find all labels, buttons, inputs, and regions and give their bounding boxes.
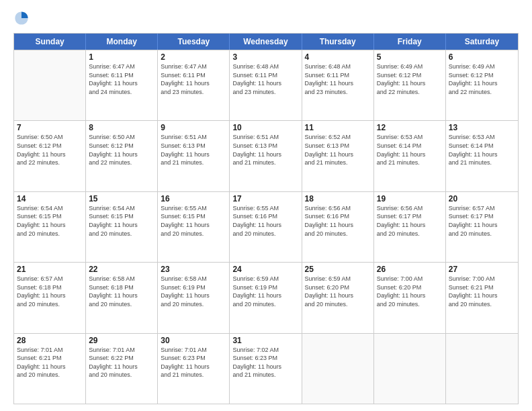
day-info: Sunrise: 7:01 AMSunset: 6:22 PMDaylight:… <box>89 346 154 379</box>
day-info: Sunrise: 6:52 AMSunset: 6:13 PMDaylight:… <box>305 133 371 167</box>
calendar-cell: 7Sunrise: 6:50 AMSunset: 6:12 PMDaylight… <box>14 121 86 191</box>
header-day-friday: Friday <box>374 34 446 50</box>
calendar-cell: 6Sunrise: 6:49 AMSunset: 6:12 PMDaylight… <box>446 50 518 120</box>
calendar-header: SundayMondayTuesdayWednesdayThursdayFrid… <box>14 34 518 50</box>
calendar-cell: 8Sunrise: 6:50 AMSunset: 6:12 PMDaylight… <box>86 121 158 191</box>
calendar-body: 1Sunrise: 6:47 AMSunset: 6:11 PMDaylight… <box>14 50 518 404</box>
day-number: 22 <box>89 265 154 274</box>
day-number: 28 <box>17 336 83 345</box>
calendar-cell: 12Sunrise: 6:53 AMSunset: 6:14 PMDayligh… <box>374 121 446 191</box>
day-info: Sunrise: 6:53 AMSunset: 6:14 PMDaylight:… <box>449 133 515 167</box>
day-number: 18 <box>305 194 371 203</box>
day-info: Sunrise: 6:58 AMSunset: 6:18 PMDaylight:… <box>89 275 154 308</box>
day-number: 8 <box>89 123 154 132</box>
page-header <box>13 10 519 26</box>
header-day-tuesday: Tuesday <box>158 34 230 50</box>
day-info: Sunrise: 7:00 AMSunset: 6:21 PMDaylight:… <box>449 275 515 308</box>
calendar-cell: 25Sunrise: 6:59 AMSunset: 6:20 PMDayligh… <box>302 263 374 332</box>
day-info: Sunrise: 7:01 AMSunset: 6:23 PMDaylight:… <box>161 346 226 379</box>
day-number: 11 <box>305 123 371 132</box>
day-number: 20 <box>449 194 515 203</box>
calendar-week-2: 7Sunrise: 6:50 AMSunset: 6:12 PMDaylight… <box>14 120 518 191</box>
calendar-cell <box>374 334 446 404</box>
calendar-cell: 4Sunrise: 6:48 AMSunset: 6:11 PMDaylight… <box>302 50 374 120</box>
day-info: Sunrise: 6:56 AMSunset: 6:16 PMDaylight:… <box>305 204 371 238</box>
day-number: 2 <box>161 52 226 62</box>
logo-icon <box>13 10 30 26</box>
day-info: Sunrise: 6:57 AMSunset: 6:18 PMDaylight:… <box>17 275 83 308</box>
day-number: 6 <box>449 52 515 62</box>
day-info: Sunrise: 6:51 AMSunset: 6:13 PMDaylight:… <box>161 133 226 167</box>
calendar-cell: 1Sunrise: 6:47 AMSunset: 6:11 PMDaylight… <box>86 50 158 120</box>
day-info: Sunrise: 6:47 AMSunset: 6:11 PMDaylight:… <box>161 62 226 96</box>
calendar-cell: 31Sunrise: 7:02 AMSunset: 6:23 PMDayligh… <box>230 334 302 404</box>
day-info: Sunrise: 6:49 AMSunset: 6:12 PMDaylight:… <box>449 62 515 96</box>
day-info: Sunrise: 6:48 AMSunset: 6:11 PMDaylight:… <box>305 62 371 96</box>
day-number: 3 <box>232 52 298 62</box>
calendar-week-3: 14Sunrise: 6:54 AMSunset: 6:15 PMDayligh… <box>14 191 518 262</box>
calendar-cell: 30Sunrise: 7:01 AMSunset: 6:23 PMDayligh… <box>158 334 230 404</box>
calendar-cell: 22Sunrise: 6:58 AMSunset: 6:18 PMDayligh… <box>86 263 158 332</box>
calendar-cell: 5Sunrise: 6:49 AMSunset: 6:12 PMDaylight… <box>374 50 446 120</box>
calendar-cell: 29Sunrise: 7:01 AMSunset: 6:22 PMDayligh… <box>86 334 158 404</box>
day-number: 26 <box>377 265 443 274</box>
calendar-week-4: 21Sunrise: 6:57 AMSunset: 6:18 PMDayligh… <box>14 262 518 332</box>
calendar-cell: 10Sunrise: 6:51 AMSunset: 6:13 PMDayligh… <box>230 121 302 191</box>
day-info: Sunrise: 6:54 AMSunset: 6:15 PMDaylight:… <box>89 204 154 238</box>
day-info: Sunrise: 6:47 AMSunset: 6:11 PMDaylight:… <box>89 62 154 96</box>
day-number: 4 <box>305 52 371 62</box>
day-info: Sunrise: 6:55 AMSunset: 6:16 PMDaylight:… <box>232 204 298 238</box>
day-info: Sunrise: 6:55 AMSunset: 6:15 PMDaylight:… <box>161 204 226 238</box>
day-number: 17 <box>232 194 298 203</box>
calendar-cell: 16Sunrise: 6:55 AMSunset: 6:15 PMDayligh… <box>158 192 230 262</box>
day-info: Sunrise: 6:53 AMSunset: 6:14 PMDaylight:… <box>377 133 443 167</box>
calendar-cell: 28Sunrise: 7:01 AMSunset: 6:21 PMDayligh… <box>14 334 86 404</box>
day-number: 19 <box>377 194 443 203</box>
header-day-saturday: Saturday <box>446 34 518 50</box>
calendar-cell: 9Sunrise: 6:51 AMSunset: 6:13 PMDaylight… <box>158 121 230 191</box>
calendar-cell <box>302 334 374 404</box>
calendar-cell: 14Sunrise: 6:54 AMSunset: 6:15 PMDayligh… <box>14 192 86 262</box>
calendar-week-5: 28Sunrise: 7:01 AMSunset: 6:21 PMDayligh… <box>14 333 518 404</box>
day-info: Sunrise: 7:02 AMSunset: 6:23 PMDaylight:… <box>232 346 298 379</box>
day-info: Sunrise: 7:01 AMSunset: 6:21 PMDaylight:… <box>17 346 83 379</box>
header-day-sunday: Sunday <box>14 34 86 50</box>
calendar-cell: 24Sunrise: 6:59 AMSunset: 6:19 PMDayligh… <box>230 263 302 332</box>
day-number: 30 <box>161 336 226 345</box>
day-number: 14 <box>17 194 83 203</box>
day-info: Sunrise: 6:50 AMSunset: 6:12 PMDaylight:… <box>89 133 154 167</box>
day-info: Sunrise: 6:58 AMSunset: 6:19 PMDaylight:… <box>161 275 226 308</box>
day-number: 7 <box>17 123 83 132</box>
day-info: Sunrise: 6:57 AMSunset: 6:17 PMDaylight:… <box>449 204 515 238</box>
header-day-monday: Monday <box>86 34 158 50</box>
calendar-cell: 15Sunrise: 6:54 AMSunset: 6:15 PMDayligh… <box>86 192 158 262</box>
calendar-cell <box>446 334 518 404</box>
calendar-cell: 18Sunrise: 6:56 AMSunset: 6:16 PMDayligh… <box>302 192 374 262</box>
calendar-cell <box>14 50 86 120</box>
calendar-week-1: 1Sunrise: 6:47 AMSunset: 6:11 PMDaylight… <box>14 50 518 120</box>
day-number: 25 <box>305 265 371 274</box>
day-number: 5 <box>377 52 443 62</box>
day-info: Sunrise: 6:59 AMSunset: 6:19 PMDaylight:… <box>232 275 298 308</box>
day-number: 12 <box>377 123 443 132</box>
day-number: 23 <box>161 265 226 274</box>
day-number: 1 <box>89 52 154 62</box>
day-number: 9 <box>161 123 226 132</box>
day-info: Sunrise: 6:54 AMSunset: 6:15 PMDaylight:… <box>17 204 83 238</box>
day-number: 31 <box>232 336 298 345</box>
day-number: 29 <box>89 336 154 345</box>
header-day-thursday: Thursday <box>302 34 374 50</box>
day-info: Sunrise: 7:00 AMSunset: 6:20 PMDaylight:… <box>377 275 443 308</box>
day-info: Sunrise: 6:51 AMSunset: 6:13 PMDaylight:… <box>232 133 298 167</box>
day-info: Sunrise: 6:56 AMSunset: 6:17 PMDaylight:… <box>377 204 443 238</box>
header-day-wednesday: Wednesday <box>230 34 302 50</box>
day-info: Sunrise: 6:48 AMSunset: 6:11 PMDaylight:… <box>232 62 298 96</box>
calendar-cell: 11Sunrise: 6:52 AMSunset: 6:13 PMDayligh… <box>302 121 374 191</box>
calendar-cell: 21Sunrise: 6:57 AMSunset: 6:18 PMDayligh… <box>14 263 86 332</box>
day-number: 10 <box>232 123 298 132</box>
calendar-cell: 27Sunrise: 7:00 AMSunset: 6:21 PMDayligh… <box>446 263 518 332</box>
calendar: SundayMondayTuesdayWednesdayThursdayFrid… <box>13 33 519 404</box>
day-number: 27 <box>449 265 515 274</box>
day-info: Sunrise: 6:49 AMSunset: 6:12 PMDaylight:… <box>377 62 443 96</box>
calendar-cell: 2Sunrise: 6:47 AMSunset: 6:11 PMDaylight… <box>158 50 230 120</box>
